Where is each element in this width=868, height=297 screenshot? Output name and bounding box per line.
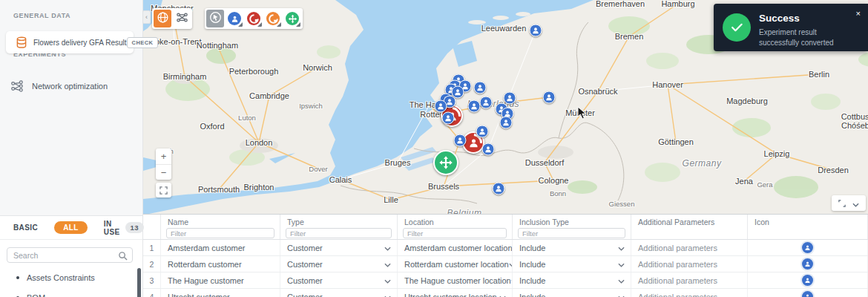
cell-location[interactable]: Utrecht customer location	[398, 289, 513, 297]
success-check-icon	[723, 13, 751, 42]
list-item[interactable]: BOM	[0, 287, 142, 297]
sidebar-scrollbar[interactable]	[137, 268, 141, 297]
globe-icon	[157, 11, 169, 27]
in-use-count-badge: 13	[125, 222, 144, 233]
customer-icon[interactable]	[802, 242, 813, 253]
customer-marker[interactable]	[500, 117, 513, 129]
chevron-down-icon	[618, 260, 625, 269]
table-row[interactable]: 3The Hague customerCustomerThe Hague cus…	[143, 272, 868, 289]
cell-type[interactable]: Customer	[280, 289, 398, 297]
customer-icon[interactable]	[802, 291, 813, 297]
customer-marker[interactable]	[480, 97, 493, 109]
supplier-marker[interactable]	[433, 150, 458, 175]
cell-icon[interactable]	[748, 272, 868, 288]
customer-marker[interactable]	[474, 82, 487, 94]
cell-icon[interactable]	[748, 240, 868, 255]
customer-icon[interactable]	[802, 258, 813, 270]
network-paths-button[interactable]	[173, 10, 191, 27]
customer-icon[interactable]	[802, 275, 813, 286]
table-row[interactable]: 2Rotterdam customerCustomerRotterdam cus…	[143, 256, 868, 272]
column-header-label: Location	[398, 218, 512, 227]
success-toast: Success Experiment result successfully c…	[714, 4, 868, 51]
cell-type[interactable]: Customer	[280, 240, 398, 255]
customer-marker[interactable]	[493, 183, 505, 195]
customer-marker[interactable]	[476, 125, 489, 138]
gfa-result-card[interactable]: Flowers delivery GFA Result CHECK	[6, 31, 134, 53]
gfa-result-title: Flowers delivery GFA Result	[33, 39, 127, 47]
cell-inclusion-type[interactable]: Include	[513, 256, 631, 272]
customer-marker[interactable]	[504, 92, 516, 105]
search-input[interactable]	[7, 249, 132, 263]
customer-marker[interactable]	[454, 134, 467, 147]
column-header-label: Type	[280, 218, 397, 227]
cell-additional-parameters[interactable]: Additional parameters	[631, 289, 748, 297]
customer-marker[interactable]	[442, 112, 455, 125]
customer-marker[interactable]	[435, 100, 447, 113]
column-header: Type	[280, 215, 398, 239]
sidebar-item-network-optimization[interactable]: Network optimization	[0, 76, 142, 96]
column-header: Location	[398, 215, 513, 239]
customer-marker[interactable]	[468, 100, 481, 113]
cell-location[interactable]: The Hague customer location	[398, 272, 513, 288]
cell-type[interactable]: Customer	[280, 256, 398, 272]
toolbar-group	[205, 8, 303, 29]
check-button[interactable]: CHECK	[127, 37, 159, 48]
cell-additional-parameters[interactable]: Additional parameters	[631, 272, 748, 288]
cell-location[interactable]: Amsterdam customer location	[398, 240, 513, 255]
app-window: GENERAL DATA Flowers delivery GFA Result…	[0, 0, 868, 297]
table-header-row: NameTypeLocationInclusion TypeAdditional…	[143, 215, 868, 240]
tab-basic[interactable]: BASIC	[13, 223, 38, 232]
filter-input[interactable]	[518, 228, 625, 238]
cell-value: Utrecht customer location	[404, 293, 497, 297]
filter-input[interactable]	[166, 228, 274, 238]
customer-marker[interactable]	[543, 91, 556, 104]
tab-in-use[interactable]: IN USE 13	[104, 220, 144, 236]
cell-type[interactable]: Customer	[280, 272, 398, 288]
list-item[interactable]: Assets Constraints	[0, 267, 142, 287]
network-paths-icon	[176, 12, 188, 26]
table-body: 1Amsterdam customerCustomerAmsterdam cus…	[143, 240, 868, 297]
cell-value: Customer	[287, 276, 323, 285]
filter-tabs: BASIC ALL IN USE 13	[0, 216, 142, 240]
cell-additional-parameters[interactable]: Additional parameters	[631, 256, 748, 272]
chevron-down-icon	[384, 293, 391, 297]
list-item-label: Assets Constraints	[27, 273, 95, 282]
cell-icon[interactable]	[748, 289, 868, 297]
cell-value: Amsterdam customer location	[404, 244, 513, 252]
dc-marker-button[interactable]	[245, 10, 263, 27]
filter-input[interactable]	[286, 228, 392, 238]
cell-value: Include	[519, 276, 545, 285]
customer-marker[interactable]	[530, 25, 542, 37]
column-header-label: Icon	[748, 218, 867, 227]
tab-all[interactable]: ALL	[54, 221, 88, 234]
chevron-down-icon	[618, 293, 625, 297]
filter-input[interactable]	[403, 228, 507, 238]
bullet-icon	[16, 276, 19, 279]
cell-icon[interactable]	[748, 256, 868, 272]
cell-inclusion-type[interactable]: Include	[513, 289, 631, 297]
table-row[interactable]: 1Amsterdam customerCustomerAmsterdam cus…	[143, 240, 868, 256]
cell-additional-parameters[interactable]: Additional parameters	[631, 240, 748, 255]
factory-marker-button[interactable]	[264, 10, 282, 27]
cell-inclusion-type[interactable]: Include	[513, 240, 631, 255]
cell-inclusion-type[interactable]: Include	[513, 272, 631, 288]
zoom-in-button[interactable]: +	[156, 148, 171, 164]
globe-button[interactable]	[154, 10, 171, 27]
customer-marker-button[interactable]	[226, 10, 243, 27]
map-fullscreen-button[interactable]	[156, 183, 171, 198]
zoom-out-button[interactable]: −	[156, 164, 171, 180]
select-cursor-button[interactable]	[206, 10, 224, 27]
column-header	[143, 215, 161, 239]
chevron-down-icon	[384, 260, 391, 269]
data-tables-list: Assets ConstraintsBOM	[0, 267, 142, 297]
customer-marker[interactable]	[482, 143, 495, 156]
cell-name: Utrecht customer	[161, 289, 280, 297]
close-icon[interactable]: ×	[856, 9, 861, 18]
supplier-marker-button[interactable]	[283, 10, 301, 27]
cell-location[interactable]: Rotterdam customer location	[398, 256, 513, 272]
tab-in-use-label: IN USE	[104, 220, 120, 236]
panel-resize-control[interactable]	[832, 195, 866, 211]
sidebar-collapse-button[interactable]: ‹	[142, 10, 151, 24]
cell-value: Include	[519, 244, 545, 252]
table-row[interactable]: 4Utrecht customerCustomerUtrecht custome…	[143, 289, 868, 297]
